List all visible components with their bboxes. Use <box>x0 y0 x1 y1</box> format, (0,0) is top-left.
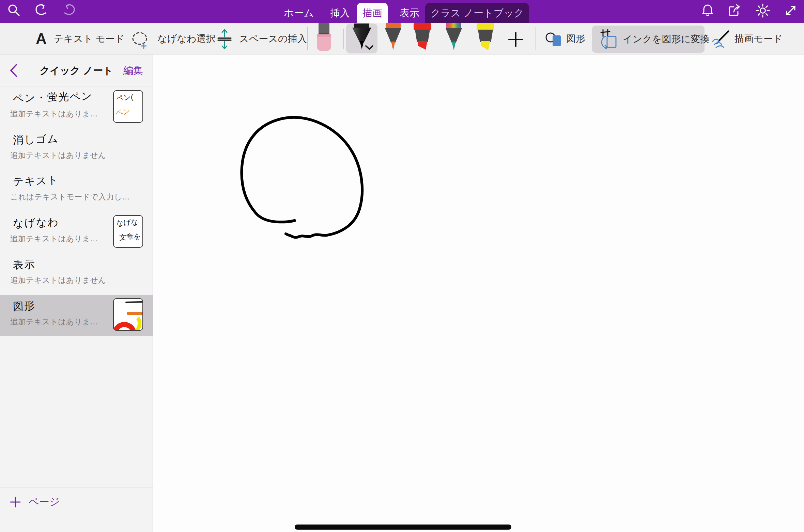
page-list-sidebar: クイック ノート 編集 ペン・蛍光ペン 追加テキストはありま… ペン( ペン 消… <box>0 54 153 532</box>
thumbnail-ink-text: ペン( <box>116 92 134 103</box>
draw-ribbon: A テキスト モード なげなわ選択 スペースの挿入 <box>0 23 804 54</box>
undo-icon[interactable] <box>33 3 49 18</box>
page-subtitle: これはテキストモードで入力し… <box>10 192 130 202</box>
toolbar-divider <box>536 27 536 50</box>
insert-space-button[interactable]: スペースの挿入 <box>239 23 307 54</box>
sidebar-header: クイック ノート 編集 <box>0 54 153 86</box>
redo-icon[interactable] <box>61 3 77 18</box>
add-pen-button[interactable] <box>507 31 525 48</box>
page-list-item-selected[interactable]: 図形 追加テキストはありま… <box>0 295 153 336</box>
yellow-highlighter-tool[interactable] <box>476 23 495 52</box>
page-title-handwritten: なげなわ <box>13 215 59 231</box>
edit-button[interactable]: 編集 <box>123 54 143 86</box>
thumbnail-ink-text: なげな <box>116 217 138 228</box>
page-thumbnail: ペン( ペン <box>113 90 143 123</box>
page-subtitle: 追加テキストはありま… <box>10 109 98 119</box>
draw-mode-icon <box>711 30 731 49</box>
orange-pen-tool[interactable] <box>384 23 402 52</box>
page-subtitle: 追加テキストはありません <box>10 275 106 286</box>
black-pen-tool-selected[interactable] <box>346 23 377 53</box>
toolbar-divider <box>343 29 344 49</box>
plus-icon <box>10 496 21 508</box>
page-title-handwritten: 図形 <box>13 299 35 314</box>
page-thumbnail-shapes <box>113 298 143 331</box>
page-title-handwritten: 消しゴム <box>13 131 59 147</box>
lasso-select-icon <box>130 30 151 49</box>
ink-to-shape-button[interactable]: インクを図形に変換 <box>592 26 705 53</box>
red-marker-tool[interactable] <box>413 23 432 52</box>
shapes-icon <box>545 31 563 48</box>
sidebar-footer: ページ <box>0 487 153 532</box>
lasso-select-button[interactable]: なげなわ選択 <box>157 23 216 54</box>
ink-stroke-circle <box>153 54 804 532</box>
insert-space-icon <box>216 29 233 50</box>
search-icon[interactable] <box>6 3 22 18</box>
page-list-item[interactable]: ペン・蛍光ペン 追加テキストはありま… ペン( ペン <box>0 87 153 128</box>
tab-draw[interactable]: 描画 <box>357 3 388 23</box>
page-list-item[interactable]: テキスト これはテキストモードで入力し… <box>0 170 153 211</box>
draw-mode-button[interactable]: 描画モード <box>735 23 783 54</box>
text-mode-button[interactable]: テキスト モード <box>54 23 125 54</box>
home-indicator-bar[interactable] <box>295 525 511 530</box>
page-title-handwritten: 表示 <box>13 257 35 272</box>
page-list-item[interactable]: なげなわ 追加テキストはありま… なげな 文章を <box>0 212 153 253</box>
rainbow-pen-tool[interactable] <box>445 23 463 52</box>
page-subtitle: 追加テキストはありま… <box>10 317 98 327</box>
ink-to-shape-icon <box>598 29 618 49</box>
text-mode-icon: A <box>34 31 48 47</box>
note-drawing-canvas[interactable] <box>153 54 804 532</box>
toolbar-divider <box>307 27 308 50</box>
ink-to-shape-label: インクを図形に変換 <box>623 26 710 53</box>
page-list-item[interactable]: 表示 追加テキストはありません <box>0 253 153 295</box>
tab-view[interactable]: 表示 <box>395 3 424 23</box>
page-thumbnail: なげな 文章を <box>113 215 143 248</box>
page-subtitle: 追加テキストはありま… <box>10 233 98 244</box>
add-page-button[interactable]: ページ <box>10 495 60 509</box>
notifications-bell-icon[interactable] <box>700 3 715 18</box>
tab-insert[interactable]: 挿入 <box>324 3 356 23</box>
page-title-handwritten: テキスト <box>13 173 59 189</box>
tab-home[interactable]: ホーム <box>279 3 319 23</box>
eraser-tool[interactable] <box>316 23 332 52</box>
tab-class-notebook[interactable]: クラス ノートブック <box>425 3 529 23</box>
thumbnail-ink-text: ペン <box>115 106 130 118</box>
add-page-label: ページ <box>29 495 60 509</box>
share-icon[interactable] <box>726 3 742 18</box>
thumbnail-ink-text: 文章を <box>119 231 141 242</box>
fullscreen-expand-icon[interactable] <box>783 3 799 18</box>
top-app-bar: ホーム 挿入 描画 表示 クラス ノートブック <box>0 0 804 23</box>
page-subtitle: 追加テキストはありません <box>10 150 106 161</box>
page-title-handwritten: ペン・蛍光ペン <box>13 89 93 106</box>
shapes-button[interactable]: 図形 <box>566 23 585 54</box>
settings-gear-icon[interactable] <box>755 3 771 18</box>
page-list-item[interactable]: 消しゴム 追加テキストはありません <box>0 128 153 170</box>
